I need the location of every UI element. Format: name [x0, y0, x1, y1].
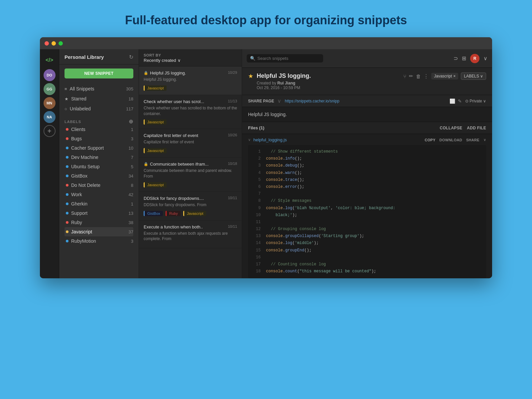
snippet-item-5[interactable]: DDSlick for fancy dropdowns.... 10/11 DD…: [139, 192, 242, 220]
copy-file-button[interactable]: COPY: [425, 138, 435, 142]
star-icon[interactable]: ★: [248, 73, 253, 79]
share-icons: ⬜ ✎: [450, 98, 462, 104]
nav-all-snippets[interactable]: ≡ All Snippets 305: [59, 84, 139, 94]
label-gherkin[interactable]: Gherkin 1: [65, 199, 133, 208]
labels-button[interactable]: LABELS ∨: [461, 72, 486, 80]
snippet-item-4[interactable]: 🔒 Communicate between ifram... 10/18 Com…: [139, 158, 242, 192]
detail-title-row: ★ Helpful JS logging. Created by Rui Jia…: [248, 72, 486, 90]
label-ubuntu[interactable]: Ubuntu Setup 5: [65, 162, 133, 171]
files-actions: COLLAPSE ADD FILE: [440, 126, 486, 130]
share-page-button[interactable]: SHARE PAGE: [248, 99, 274, 103]
code-line-15: 15 console.groupEnd();: [248, 247, 486, 254]
team-avatar-gg[interactable]: GG: [44, 83, 56, 95]
chevron-down-icon: ∨: [178, 58, 181, 63]
label-bugs[interactable]: Bugs 3: [65, 134, 133, 143]
add-file-button[interactable]: ADD FILE: [467, 126, 486, 130]
close-button[interactable]: [45, 41, 49, 46]
sort-dropdown[interactable]: Recently created ∨: [144, 58, 237, 63]
share-chevron-icon[interactable]: ∨: [483, 138, 486, 142]
fork-button[interactable]: ⑂: [403, 73, 406, 79]
team-avatar-na[interactable]: NA: [44, 111, 56, 123]
collapse-button[interactable]: COLLAPSE: [440, 126, 463, 130]
label-gistbox[interactable]: GistBox 34: [65, 171, 133, 181]
minimize-button[interactable]: [52, 41, 56, 46]
team-avatar-mn[interactable]: MN: [44, 97, 56, 109]
search-input[interactable]: [257, 56, 320, 61]
search-box[interactable]: 🔍: [247, 54, 323, 63]
rss-icon[interactable]: ⊃: [454, 55, 458, 62]
label-name-clients: Clients: [71, 127, 85, 132]
code-line-2: 2 console.info();: [248, 155, 486, 162]
download-file-button[interactable]: DOWNLOAD: [440, 138, 462, 142]
user-avatar[interactable]: R: [470, 54, 479, 63]
file-section: ∨ helpful_logging.js COPY DOWNLOAD SHARE…: [242, 134, 492, 145]
add-label-icon[interactable]: ⊕: [129, 118, 133, 125]
label-clients[interactable]: Clients 1: [65, 125, 133, 134]
snippet-title-4: 🔒 Communicate between ifram...: [144, 162, 228, 167]
copy-url-icon[interactable]: ⬜: [450, 98, 455, 104]
add-team-button[interactable]: +: [44, 125, 56, 137]
snippet-date-3: 10/26: [228, 133, 237, 137]
code-line-13: 13 console.groupCollapsed('Starting grou…: [248, 233, 486, 240]
label-count-cacher: 10: [129, 146, 133, 151]
label-support[interactable]: Support 13: [65, 208, 133, 218]
label-count-donotdelete: 8: [131, 183, 133, 188]
snippet-preview-5: DDSlick for fancy dropdowns. From: [144, 202, 237, 208]
detail-header: ★ Helpful JS logging. Created by Rui Jia…: [242, 68, 492, 95]
label-rubymotion[interactable]: RubyMotion 3: [65, 236, 133, 246]
code-line-7: 7: [248, 191, 486, 198]
label-name-javascript: Javascript: [71, 229, 92, 234]
label-name-work: Work: [71, 192, 82, 197]
sidebar-header: Personal Library ↻: [59, 49, 139, 65]
snippet-tag-ruby-5[interactable]: Ruby: [166, 211, 181, 216]
share-url: https://snippets.cacher.io/snipp: [285, 99, 446, 103]
snippet-date-5: 10/11: [228, 196, 237, 200]
team-avatar-do[interactable]: DO: [44, 69, 56, 81]
nav-unlabeled-label: Unlabeled: [70, 106, 91, 111]
snippet-item-3[interactable]: Capitalize first letter of event 10/26 C…: [139, 129, 242, 158]
snippet-header-4: 🔒 Communicate between ifram... 10/18: [144, 162, 237, 167]
title-bar: [40, 37, 492, 49]
files-header: Files (1) COLLAPSE ADD FILE: [242, 122, 492, 134]
snippet-tag-js-5[interactable]: Javascript: [183, 211, 206, 216]
snippet-tag-js-2[interactable]: Javascript: [144, 119, 167, 125]
label-donotdelete[interactable]: Do Not Delete 8: [65, 181, 133, 190]
label-cacher-support[interactable]: Cacher Support 10: [65, 143, 133, 153]
file-expand-icon[interactable]: ∨: [248, 138, 251, 142]
dropdown-icon[interactable]: ∨: [483, 55, 487, 62]
label-ruby[interactable]: Ruby 38: [65, 218, 133, 227]
private-button[interactable]: ⊙ Private ∨: [465, 99, 486, 103]
labels-header: LABELS ⊕: [65, 118, 133, 125]
new-snippet-button[interactable]: NEW SNIPPET: [65, 68, 133, 78]
starred-icon: ★: [65, 96, 68, 101]
grid-icon[interactable]: ⊞: [462, 55, 466, 62]
nav-all-snippets-label: All Snippets: [70, 86, 94, 91]
nav-starred[interactable]: ★ Starred 18: [59, 94, 139, 104]
label-name-ruby: Ruby: [71, 220, 82, 225]
share-file-button[interactable]: SHARE: [466, 138, 479, 142]
remove-tag-icon[interactable]: ×: [453, 74, 456, 78]
more-button[interactable]: ⋮: [424, 73, 429, 79]
refresh-icon[interactable]: ↻: [129, 54, 133, 60]
snippet-item-2[interactable]: Check whether user has scrol... 11/13 Ch…: [139, 95, 242, 129]
open-url-icon[interactable]: ✎: [458, 98, 462, 104]
label-dev-machine[interactable]: Dev Machine 7: [65, 153, 133, 162]
maximize-button[interactable]: [59, 41, 63, 46]
snippet-tag-js-3[interactable]: Javascript: [144, 148, 167, 153]
snippet-preview-3: Capitalize first letter of event: [144, 139, 237, 145]
code-line-17: 17 // Counting console log: [248, 261, 486, 268]
created-by: Rui Jiang: [277, 81, 295, 85]
label-javascript[interactable]: Javascript 37: [65, 227, 133, 236]
label-work[interactable]: Work 42: [65, 190, 133, 199]
snippet-tag-gistbox-5[interactable]: GistBox: [144, 211, 163, 216]
label-count-rubymotion: 3: [131, 239, 133, 244]
snippet-item-6[interactable]: Execute a function when both.. 10/11 Exe…: [139, 220, 242, 249]
nav-unlabeled[interactable]: ○ Unlabeled 117: [59, 104, 139, 114]
edit-button[interactable]: ✏: [409, 73, 413, 79]
snippet-tag-js-4[interactable]: Javascript: [144, 182, 167, 188]
label-dot-bugs: [66, 137, 68, 140]
code-line-8: 8 // Style messages: [248, 198, 486, 204]
snippet-tag-js-1[interactable]: Javascript: [144, 85, 167, 91]
delete-button[interactable]: 🗑: [416, 73, 421, 79]
snippet-item-1[interactable]: 🔒 Helpful JS logging. 10/29 Helpful JS l…: [139, 66, 242, 95]
